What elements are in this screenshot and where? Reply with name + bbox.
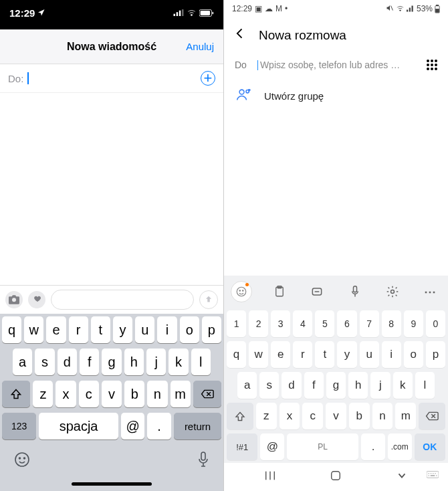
key-l[interactable]: l xyxy=(415,372,435,399)
sym-key[interactable]: !#1 xyxy=(227,433,257,460)
key-g[interactable]: g xyxy=(326,372,346,399)
key-a[interactable]: a xyxy=(237,372,257,399)
key-o[interactable]: o xyxy=(180,316,199,343)
key-b[interactable]: b xyxy=(124,381,144,407)
text-expand-icon[interactable] xyxy=(306,281,328,302)
key-h[interactable]: h xyxy=(124,349,144,375)
space-key[interactable]: PL xyxy=(287,433,358,460)
key-i[interactable]: i xyxy=(382,341,401,368)
dot-key[interactable]: . xyxy=(147,413,171,439)
key-u[interactable]: u xyxy=(135,316,154,343)
key-b[interactable]: b xyxy=(349,403,370,429)
cancel-button[interactable]: Anuluj xyxy=(186,41,214,52)
key-j[interactable]: j xyxy=(370,372,390,399)
back-nav-button[interactable] xyxy=(396,470,408,484)
clipboard-icon[interactable] xyxy=(269,281,290,302)
keyboard-hide-icon[interactable] xyxy=(427,471,439,483)
key-h[interactable]: h xyxy=(348,372,368,399)
key-x[interactable]: x xyxy=(55,381,76,407)
numkey-2[interactable]: 2 xyxy=(249,310,268,337)
numkey-7[interactable]: 7 xyxy=(360,310,379,337)
num-key[interactable]: 123 xyxy=(2,413,36,439)
key-q[interactable]: q xyxy=(227,341,246,368)
numkey-8[interactable]: 8 xyxy=(382,310,401,337)
key-r[interactable]: r xyxy=(293,341,312,368)
key-d[interactable]: d xyxy=(282,372,301,399)
home-button[interactable] xyxy=(330,470,342,484)
numkey-6[interactable]: 6 xyxy=(337,310,356,337)
numkey-0[interactable]: 0 xyxy=(426,310,445,337)
ok-key[interactable]: OK xyxy=(415,433,445,460)
at-key[interactable]: @ xyxy=(260,433,284,460)
key-p[interactable]: p xyxy=(202,316,221,343)
at-key[interactable]: @ xyxy=(121,413,145,439)
voice-icon[interactable] xyxy=(344,281,366,302)
key-z[interactable]: z xyxy=(256,403,277,429)
numkey-4[interactable]: 4 xyxy=(293,310,312,337)
key-y[interactable]: y xyxy=(337,341,356,368)
mic-icon[interactable] xyxy=(197,452,209,470)
key-t[interactable]: t xyxy=(315,341,334,368)
key-e[interactable]: e xyxy=(271,341,290,368)
key-m[interactable]: m xyxy=(395,403,416,429)
key-w[interactable]: w xyxy=(249,341,268,368)
backspace-key[interactable] xyxy=(419,403,445,429)
message-input[interactable] xyxy=(51,290,194,310)
numkey-3[interactable]: 3 xyxy=(271,310,290,337)
key-k[interactable]: k xyxy=(169,349,188,375)
numkey-5[interactable]: 5 xyxy=(315,310,334,337)
key-u[interactable]: u xyxy=(360,341,379,368)
key-v[interactable]: v xyxy=(102,381,122,407)
key-y[interactable]: y xyxy=(113,316,132,343)
home-indicator[interactable] xyxy=(72,482,152,486)
key-s[interactable]: s xyxy=(35,349,54,375)
back-button[interactable] xyxy=(233,27,247,43)
key-v[interactable]: v xyxy=(326,403,346,429)
com-key[interactable]: .com xyxy=(388,433,412,460)
numkey-1[interactable]: 1 xyxy=(227,310,246,337)
key-f[interactable]: f xyxy=(80,349,99,375)
emoji-icon[interactable] xyxy=(14,452,30,470)
key-o[interactable]: o xyxy=(404,341,423,368)
shift-key[interactable] xyxy=(2,381,30,407)
key-c[interactable]: c xyxy=(79,381,99,407)
key-c[interactable]: c xyxy=(302,403,323,429)
key-i[interactable]: i xyxy=(157,316,177,343)
key-w[interactable]: w xyxy=(24,316,43,343)
key-f[interactable]: f xyxy=(304,372,324,399)
key-d[interactable]: d xyxy=(58,349,77,375)
key-r[interactable]: r xyxy=(69,316,88,343)
dialpad-button[interactable] xyxy=(427,60,437,70)
key-n[interactable]: n xyxy=(372,403,393,429)
space-key[interactable]: spacja xyxy=(39,413,118,439)
recents-button[interactable] xyxy=(264,470,276,484)
key-q[interactable]: q xyxy=(2,316,21,343)
more-tool-icon[interactable]: ⋯ xyxy=(420,281,441,302)
recipient-input[interactable]: Wpisz osobę, telefon lub adres … xyxy=(257,60,416,70)
key-e[interactable]: e xyxy=(46,316,66,343)
apps-icon[interactable] xyxy=(28,291,45,308)
key-k[interactable]: k xyxy=(393,372,413,399)
camera-icon[interactable] xyxy=(5,291,23,308)
key-s[interactable]: s xyxy=(259,372,279,399)
dot-key[interactable]: . xyxy=(361,433,385,460)
to-cursor[interactable] xyxy=(27,72,29,84)
key-p[interactable]: p xyxy=(426,341,445,368)
key-t[interactable]: t xyxy=(91,316,110,343)
key-l[interactable]: l xyxy=(191,349,211,375)
key-z[interactable]: z xyxy=(33,381,53,407)
numkey-9[interactable]: 9 xyxy=(404,310,423,337)
shift-key[interactable] xyxy=(227,403,253,429)
key-m[interactable]: m xyxy=(171,381,191,407)
key-a[interactable]: a xyxy=(13,349,32,375)
key-j[interactable]: j xyxy=(146,349,166,375)
backspace-key[interactable] xyxy=(193,381,221,407)
emoji-tool-icon[interactable] xyxy=(231,281,252,302)
return-key[interactable]: return xyxy=(174,413,221,439)
send-button[interactable] xyxy=(199,290,218,309)
key-n[interactable]: n xyxy=(147,381,167,407)
key-g[interactable]: g xyxy=(102,349,121,375)
create-group-row[interactable]: Utwórz grupę xyxy=(224,77,448,114)
settings-icon[interactable] xyxy=(382,281,403,302)
key-x[interactable]: x xyxy=(279,403,300,429)
